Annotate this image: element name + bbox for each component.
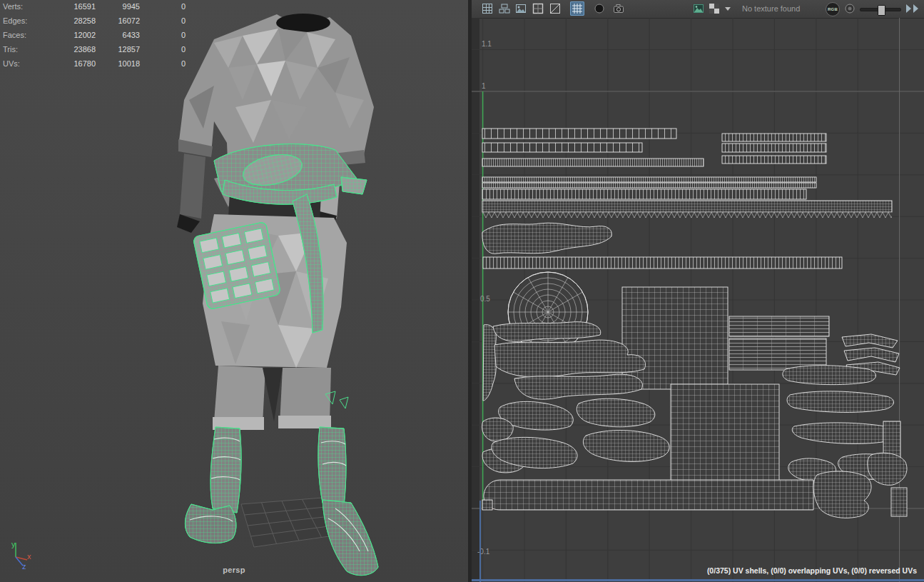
uv-canvas-svg[interactable] [472,18,924,582]
hud-label: Faces: [3,30,47,44]
rgb-channels-button[interactable]: RGB [826,2,840,16]
exposure-slider-handle[interactable] [878,5,885,16]
texture-image-icon [515,3,527,14]
pixel-snap-button[interactable] [548,1,562,16]
hud-extra: 0 [140,59,186,73]
hud-total: 12002 [47,30,96,44]
hud-label: Verts: [3,1,47,16]
hud-selected: 10018 [96,59,140,73]
display-image-toggle[interactable] [691,1,706,16]
camera-snapshot-icon [613,3,624,14]
display-image-icon [693,3,704,14]
hud-row-verts: Verts: 16591 9945 0 [3,1,186,16]
axis-y-label: y [11,540,16,548]
texture-image-button[interactable] [514,1,528,16]
hud-extra: 0 [140,1,186,16]
poly-count-hud: Verts: 16591 9945 0 Edges: 28258 16072 0… [3,1,186,73]
hud-row-faces: Faces: 12002 6433 0 [3,30,186,44]
uv-grid-icon [482,3,493,14]
active-panel-edge-bottom [472,579,924,581]
shell-stack-icon [499,3,510,14]
hud-selected: 16072 [96,16,140,30]
uv-grid-button[interactable] [480,1,494,16]
hud-extra: 0 [140,30,186,44]
checker-map-icon [709,3,720,14]
shaded-display-button[interactable] [592,1,606,16]
texture-status-label: No texture found [742,0,800,18]
hud-label: Tris: [3,44,47,59]
shell-stack-button[interactable] [497,1,512,16]
border-grid-button[interactable] [531,1,545,16]
uv-snapshot-button[interactable] [611,1,626,16]
axis-x-label: x [27,552,31,561]
shaded-circle-icon [594,3,605,14]
hud-total: 28258 [47,16,96,30]
model-canvas[interactable] [0,0,468,582]
texture-ball-icon [844,3,856,14]
border-grid-icon [532,3,544,14]
texture-ball-button[interactable] [843,1,857,16]
perspective-viewport[interactable]: Verts: 16591 9945 0 Edges: 28258 16072 0… [0,0,468,582]
hud-label: UVs: [3,59,47,73]
hud-selected: 9945 [96,1,140,16]
uv-canvas[interactable]: 1.1 1 0.5 -0.1 (0/375) UV shells, (0/0) … [472,18,924,582]
hud-total: 23868 [47,44,96,59]
hud-selected: 6433 [96,30,140,44]
uv-statistics-statusbar: (0/375) UV shells, (0/0) overlapping UVs… [707,566,917,575]
hud-total: 16591 [47,1,96,16]
hud-extra: 0 [140,16,186,30]
character-model[interactable] [177,14,378,576]
hud-extra: 0 [140,44,186,59]
checker-map-toggle[interactable] [707,1,721,16]
camera-label: persp [0,566,468,574]
exposure-slider[interactable] [860,8,901,11]
grid-label-1-1: 1.1 [482,40,492,48]
hud-selected: 12857 [96,44,140,59]
hud-row-uvs: UVs: 16780 10018 0 [3,59,186,73]
texture-dropdown-arrow[interactable] [725,7,731,11]
active-panel-edge-left [479,501,481,582]
pouch-selected[interactable] [193,221,280,309]
dense-grid-button[interactable] [570,1,584,16]
dense-grid-icon [572,3,583,14]
uv-editor-panel[interactable]: No texture found RGB [472,0,924,582]
hud-label: Edges: [3,16,47,30]
grid-label-0-5: 0.5 [480,295,490,303]
hud-total: 16780 [47,59,96,73]
grid-label-1: 1 [482,82,486,90]
panel-expand-arrow-1[interactable] [906,4,911,13]
uv-editor-toolbar: No texture found RGB [472,0,924,19]
panel-expand-arrow-2[interactable] [913,4,918,13]
pixel-snap-icon [549,3,561,14]
uv-shells[interactable] [482,129,908,518]
hud-row-edges: Edges: 28258 16072 0 [3,16,186,30]
hud-row-tris: Tris: 23868 12857 0 [3,44,186,59]
